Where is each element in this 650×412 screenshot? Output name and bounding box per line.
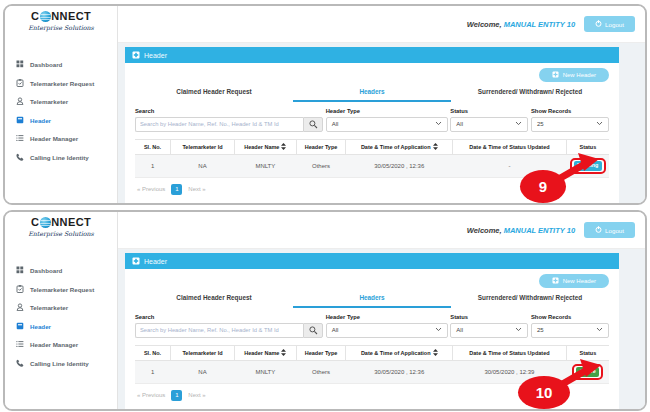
sidebar-item-header-manager[interactable]: Header Manager <box>16 340 117 349</box>
search-button[interactable] <box>303 323 323 338</box>
sidebar: C NNECT Enterprise Solutions Dashboard T… <box>5 212 118 409</box>
sidebar-item-calling-line-identity[interactable]: Calling Line Identity <box>16 359 117 368</box>
panel-title: Header <box>144 52 167 59</box>
pagination-next[interactable]: Next » <box>188 392 205 398</box>
header-type-label: Header Type <box>326 108 448 114</box>
topbar: Welcome, MANUAL ENTITY 10 Logout <box>118 6 645 43</box>
status-label: Status <box>450 314 528 320</box>
chevron-down-icon <box>435 327 442 333</box>
pagination-previous[interactable]: « Previous <box>137 186 165 192</box>
brand-suffix: NNECT <box>51 217 91 228</box>
header-type-select[interactable]: All <box>326 323 448 338</box>
cell-telemarketer-id: NA <box>171 154 235 177</box>
sidebar-item-label: Telemarketer <box>30 98 68 105</box>
tab-surrendered-withdrawn-rejected[interactable]: Surrendered/ Withdrawn/ Rejected <box>451 84 609 102</box>
pagination-page-1[interactable]: 1 <box>171 390 182 401</box>
sidebar-item-telemarketer[interactable]: Telemarketer <box>16 303 117 312</box>
cell-header-name: MNLTY <box>235 154 297 177</box>
table-header-row: Sl. No. Telemarketer Id Header Name Head… <box>135 139 609 154</box>
chevron-down-icon <box>435 121 442 127</box>
show-records-select[interactable]: 25 <box>531 117 609 132</box>
welcome-prefix: Welcome, <box>467 226 502 235</box>
chevron-down-icon <box>596 327 603 333</box>
annotation-step-10: 10 <box>518 376 570 409</box>
search-icon <box>309 323 318 338</box>
pagination-previous[interactable]: « Previous <box>137 392 165 398</box>
brand-wordmark: C NNECT <box>5 11 117 22</box>
sidebar-item-label: Telemarketer Request <box>30 286 94 293</box>
tab-headers[interactable]: Headers <box>293 290 451 308</box>
header-type-label: Header Type <box>326 314 448 320</box>
show-records-label: Show Records <box>531 108 609 114</box>
sidebar-item-label: Dashboard <box>30 61 62 68</box>
logout-label: Logout <box>605 21 624 28</box>
filter-row: Search Header Type All <box>135 108 609 132</box>
sort-icon[interactable] <box>433 351 438 357</box>
sidebar-item-dashboard[interactable]: Dashboard <box>16 266 117 275</box>
sidebar-item-telemarketer[interactable]: Telemarketer <box>16 97 117 106</box>
dashboard-icon <box>16 266 24 275</box>
col-date-application[interactable]: Date & Time of Application <box>346 345 453 360</box>
pagination-next[interactable]: Next » <box>188 186 205 192</box>
brand-suffix: NNECT <box>51 11 91 22</box>
globe-icon <box>40 11 51 22</box>
col-sl-no: Sl. No. <box>135 139 171 154</box>
table-header-row: Sl. No. Telemarketer Id Header Name Head… <box>135 345 609 360</box>
new-header-button[interactable]: New Header <box>539 68 609 82</box>
tab-headers[interactable]: Headers <box>293 84 451 102</box>
show-records-label: Show Records <box>531 314 609 320</box>
plus-icon <box>552 277 559 285</box>
sidebar-item-telemarketer-request[interactable]: Telemarketer Request <box>16 285 117 294</box>
logout-button[interactable]: Logout <box>584 222 635 238</box>
pagination-page-1[interactable]: 1 <box>171 184 182 195</box>
new-header-button[interactable]: New Header <box>539 274 609 288</box>
col-date-application[interactable]: Date & Time of Application <box>346 139 453 154</box>
col-header-name[interactable]: Header Name <box>235 345 297 360</box>
sidebar-item-label: Telemarketer Request <box>30 80 94 87</box>
col-sl-no: Sl. No. <box>135 345 171 360</box>
clipboard-check-icon <box>16 285 24 294</box>
power-icon <box>595 20 602 28</box>
search-label: Search <box>135 108 323 114</box>
search-icon <box>309 117 318 132</box>
col-header-type: Header Type <box>296 345 346 360</box>
tab-claimed-header-request[interactable]: Claimed Header Request <box>135 290 293 308</box>
search-label: Search <box>135 314 323 320</box>
sidebar-item-label: Header Manager <box>30 341 78 348</box>
sidebar-item-dashboard[interactable]: Dashboard <box>16 60 117 69</box>
panel-title: Header <box>144 258 167 265</box>
tab-claimed-header-request[interactable]: Claimed Header Request <box>135 84 293 102</box>
tab-bar: Claimed Header Request Headers Surrender… <box>135 290 609 308</box>
sort-icon[interactable] <box>281 351 286 357</box>
status-select[interactable]: All <box>450 323 528 338</box>
cell-header-name: MNLTY <box>235 360 297 383</box>
show-records-select[interactable]: 25 <box>531 323 609 338</box>
list-icon <box>16 134 24 143</box>
search-button[interactable] <box>303 117 323 132</box>
search-input[interactable] <box>135 323 303 338</box>
filter-row: Search Header Type All <box>135 314 609 338</box>
cell-header-type: Others <box>296 360 346 383</box>
header-box-icon <box>16 322 24 331</box>
header-type-select[interactable]: All <box>326 117 448 132</box>
tab-surrendered-withdrawn-rejected[interactable]: Surrendered/ Withdrawn/ Rejected <box>451 290 609 308</box>
sort-icon[interactable] <box>433 145 438 151</box>
col-date-status-updated: Date & Time of Status Updated <box>453 345 567 360</box>
sidebar-item-telemarketer-request[interactable]: Telemarketer Request <box>16 79 117 88</box>
sidebar-item-header[interactable]: Header <box>16 322 117 331</box>
logout-button[interactable]: Logout <box>584 16 635 32</box>
col-telemarketer-id: Telemarketer Id <box>171 345 235 360</box>
chevron-down-icon <box>515 121 522 127</box>
panel-header-bar: Header <box>125 47 619 63</box>
sidebar-item-calling-line-identity[interactable]: Calling Line Identity <box>16 153 117 162</box>
sidebar-item-label: Header <box>30 323 51 330</box>
sidebar-item-header[interactable]: Header <box>16 116 117 125</box>
col-header-name[interactable]: Header Name <box>235 139 297 154</box>
sort-icon[interactable] <box>281 145 286 151</box>
plus-icon <box>552 71 559 79</box>
search-input[interactable] <box>135 117 303 132</box>
brand-prefix: C <box>31 217 39 228</box>
status-select[interactable]: All <box>450 117 528 132</box>
sidebar-item-header-manager[interactable]: Header Manager <box>16 134 117 143</box>
sidebar-menu: Dashboard Telemarketer Request Telemarke… <box>5 48 117 162</box>
